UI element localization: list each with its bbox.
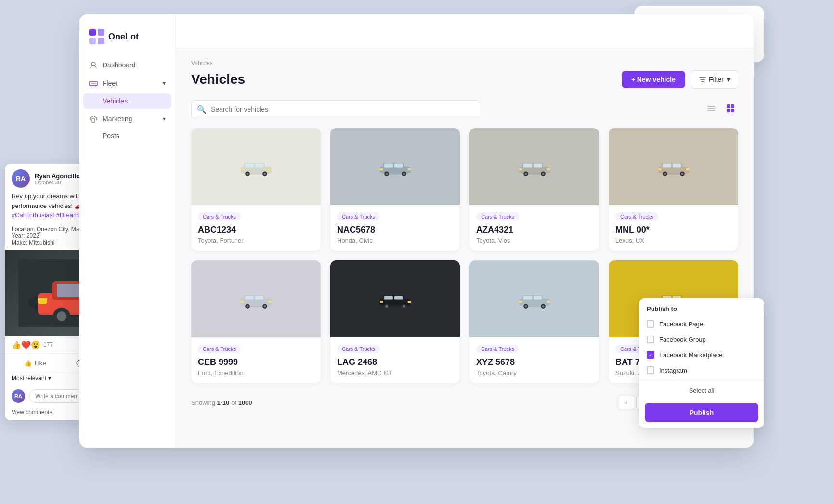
svg-point-18 (91, 85, 92, 87)
svg-rect-63 (547, 168, 549, 170)
svg-rect-27 (731, 109, 734, 112)
sidebar: OneLot Dashboard Fleet ▾ (79, 14, 176, 448)
list-view-button[interactable] (704, 101, 719, 118)
vehicle-card[interactable]: Cars & Trucks ABC1234 Toyota, Fortuner (191, 128, 321, 251)
vehicle-card-body: Cars & Trucks NAC5678 Honda, Civic (330, 205, 460, 251)
logo-icon (89, 29, 104, 44)
publish-button[interactable]: Publish (645, 403, 758, 422)
svg-rect-39 (268, 168, 271, 170)
vehicle-card[interactable]: Cars & Trucks CEB 9999 Ford, Expedition (191, 260, 321, 383)
svg-rect-99 (407, 301, 410, 303)
vehicle-card-body: Cars & Trucks XYZ 5678 Toyota, Camry (469, 337, 599, 383)
svg-rect-57 (534, 164, 542, 168)
sidebar-item-dashboard[interactable]: Dashboard (79, 56, 175, 74)
svg-rect-15 (98, 38, 104, 44)
svg-rect-23 (707, 110, 715, 111)
svg-rect-10 (38, 298, 47, 304)
publish-option[interactable]: Instagram (639, 362, 764, 378)
sidebar-item-marketing[interactable]: Marketing ▾ (79, 110, 175, 128)
svg-rect-87 (268, 301, 271, 303)
svg-rect-62 (519, 168, 522, 170)
svg-point-37 (263, 173, 266, 175)
vehicle-card[interactable]: Cars & Trucks NAC5678 Honda, Civic (330, 128, 460, 251)
svg-rect-81 (255, 296, 263, 300)
vehicle-category: Cars & Trucks (476, 345, 519, 353)
vehicle-card-body: Cars & Trucks AZA4321 Toyota, Vios (469, 205, 599, 251)
publish-option[interactable]: ✓ Facebook Marketplace (639, 347, 764, 362)
publish-checkbox[interactable] (647, 320, 654, 328)
svg-rect-93 (394, 296, 403, 300)
vehicle-make-model: Toyota, Camry (476, 369, 592, 376)
svg-point-109 (542, 305, 544, 308)
vehicle-plate: MNL 00* (615, 225, 731, 235)
svg-rect-92 (384, 296, 392, 300)
grid-view-button[interactable] (723, 101, 738, 118)
svg-point-19 (95, 85, 97, 87)
sidebar-item-fleet[interactable]: Fleet ▾ (79, 74, 175, 92)
list-view-icon (706, 103, 716, 113)
vehicle-make-model: Mercedes, AMG GT (337, 369, 453, 376)
vehicle-category: Cars & Trucks (615, 212, 658, 221)
svg-point-107 (524, 305, 527, 308)
search-input[interactable] (191, 100, 480, 118)
vehicle-card-body: Cars & Trucks CEB 9999 Ford, Expedition (191, 337, 321, 383)
vehicle-image (191, 260, 321, 337)
like-button[interactable]: 👍 Like (5, 356, 65, 371)
svg-rect-104 (523, 296, 532, 300)
vehicle-card-body: Cars & Trucks ABC1234 Toyota, Fortuner (191, 205, 321, 251)
vehicle-card[interactable]: Cars & Trucks MNL 00* Lexus, UX (609, 128, 738, 251)
prev-page-button[interactable]: ‹ (619, 395, 634, 410)
logo-text: OneLot (108, 32, 139, 42)
vehicle-image (469, 128, 599, 205)
vehicles-label: Vehicles (103, 97, 128, 105)
vehicle-plate: ABC1234 (198, 225, 314, 235)
vehicle-plate: XYZ 5678 (476, 357, 592, 367)
marketing-icon (89, 115, 98, 123)
publish-option[interactable]: Facebook Group (639, 332, 764, 347)
publish-option-label: Facebook Group (659, 336, 706, 343)
svg-rect-75 (686, 168, 689, 170)
vehicle-card[interactable]: Cars & Trucks LAG 2468 Mercedes, AMG GT (330, 260, 460, 383)
posts-label: Posts (103, 132, 119, 140)
svg-rect-12 (89, 29, 96, 36)
sidebar-item-vehicles[interactable]: Vehicles (83, 93, 171, 109)
svg-rect-14 (89, 38, 96, 44)
sidebar-nav: Dashboard Fleet ▾ Vehicles (79, 56, 175, 143)
svg-rect-26 (727, 109, 730, 112)
svg-rect-44 (384, 164, 392, 168)
filter-icon (699, 76, 706, 83)
grid-view-icon (726, 103, 735, 113)
svg-point-59 (524, 173, 527, 175)
vehicle-category: Cars & Trucks (198, 212, 241, 221)
vehicle-image (330, 128, 460, 205)
sidebar-item-posts[interactable]: Posts (79, 128, 175, 143)
svg-rect-22 (707, 108, 715, 109)
svg-rect-25 (731, 104, 734, 108)
svg-point-35 (246, 173, 248, 175)
svg-rect-50 (380, 168, 383, 170)
vehicle-plate: CEB 9999 (198, 357, 314, 367)
vehicle-category: Cars & Trucks (476, 212, 519, 221)
publish-checkbox[interactable] (647, 366, 654, 374)
publish-option[interactable]: Facebook Page (639, 316, 764, 332)
vehicle-card[interactable]: Cars & Trucks AZA4321 Toyota, Vios (469, 128, 599, 251)
svg-point-49 (403, 173, 405, 175)
svg-rect-68 (662, 164, 671, 168)
new-vehicle-button[interactable]: + New vehicle (622, 71, 685, 88)
vehicle-plate: LAG 2468 (337, 357, 453, 367)
svg-point-73 (681, 173, 683, 175)
vehicle-category: Cars & Trucks (198, 345, 241, 353)
vehicle-category: Cars & Trucks (337, 212, 380, 221)
publish-checkbox[interactable]: ✓ (647, 351, 654, 359)
svg-rect-21 (707, 106, 715, 107)
svg-point-85 (263, 305, 266, 308)
publish-option-label: Facebook Marketplace (659, 351, 723, 359)
dashboard-label: Dashboard (103, 61, 136, 69)
publish-checkbox[interactable] (647, 336, 654, 343)
select-all-button[interactable]: Select all (639, 382, 764, 399)
filter-button[interactable]: Filter ▾ (691, 70, 738, 89)
svg-rect-20 (92, 119, 95, 122)
vehicle-image (191, 128, 321, 205)
svg-rect-105 (534, 296, 542, 300)
vehicle-card[interactable]: Cars & Trucks XYZ 5678 Toyota, Camry (469, 260, 599, 383)
